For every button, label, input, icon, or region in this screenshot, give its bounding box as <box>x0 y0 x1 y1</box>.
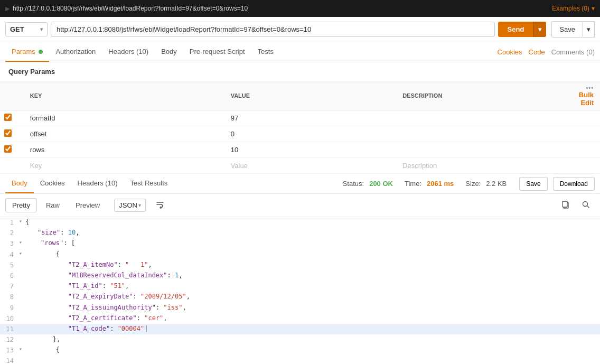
line-number: 4 <box>0 249 19 260</box>
row-checkbox-1[interactable] <box>4 129 12 137</box>
download-button[interactable]: Download <box>553 177 595 191</box>
line-content: { <box>23 345 600 356</box>
code-line: 6 "M18ReservedCol_dataIndex": 1, <box>0 270 600 281</box>
code-line: 11 "T1_A_code": "00004"| <box>0 324 600 334</box>
code-line: 8 "T2_A_expiryDate": "2089/12/05", <box>0 292 600 302</box>
tab-params[interactable]: Params <box>5 42 49 62</box>
nav-arrow-icon: ▶ <box>5 5 10 12</box>
rv-tab-preview[interactable]: Preview <box>69 198 107 212</box>
line-content: "rows": [ <box>23 238 600 249</box>
code-line: 1▾{ <box>0 217 600 228</box>
method-select[interactable]: GET ▾ <box>5 22 48 36</box>
tab-test-results[interactable]: Test Results <box>124 174 174 193</box>
search-icon[interactable] <box>577 197 595 213</box>
status-value: 200 OK <box>369 180 393 188</box>
code-line: 3▾ "rows": [ <box>0 238 600 249</box>
save-button[interactable]: Save <box>551 21 583 38</box>
format-select[interactable]: JSON ▾ <box>114 199 146 212</box>
code-link[interactable]: Code <box>529 48 545 56</box>
row-checkbox-0[interactable] <box>4 114 12 121</box>
rv-tab-pretty[interactable]: Pretty <box>5 198 37 212</box>
request-tabs: Params Authorization Headers (10) Body P… <box>0 42 600 62</box>
col-value: VALUE <box>224 81 397 110</box>
send-arrow-button[interactable]: ▾ <box>533 22 546 37</box>
time-value: 2061 ms <box>427 180 454 188</box>
format-chevron-icon: ▾ <box>138 202 141 208</box>
table-row: offset 0 <box>0 126 600 142</box>
chevron-down-icon: ▾ <box>592 5 595 12</box>
code-line: 13▾ { <box>0 345 600 356</box>
tabs-top-right: Cookies Code Comments (0) <box>498 48 595 56</box>
code-line: 12 }, <box>0 334 600 345</box>
code-line: 7 "T1_A_id": "51", <box>0 281 600 292</box>
size-label: Size: <box>465 180 481 188</box>
param-value: 10 <box>231 146 238 154</box>
more-options-icon[interactable]: ••• <box>586 85 594 91</box>
param-description: Description <box>402 162 437 170</box>
bulk-edit-button[interactable]: Bulk Edit <box>579 91 594 107</box>
line-number: 13 <box>0 345 19 356</box>
response-icons-right <box>557 197 595 213</box>
code-line: 4▾ { <box>0 249 600 260</box>
tab-authorization[interactable]: Authorization <box>49 42 102 62</box>
code-line: 14 <box>0 356 600 364</box>
send-button[interactable]: Send <box>498 22 534 37</box>
param-value: Value <box>231 162 248 170</box>
table-row: rows 10 <box>0 142 600 158</box>
fold-icon[interactable]: ▾ <box>19 249 22 260</box>
svg-rect-1 <box>562 201 567 207</box>
line-number: 1 <box>0 217 19 228</box>
save-arrow-button[interactable]: ▾ <box>583 21 595 38</box>
line-number: 3 <box>0 238 19 249</box>
tab-response-headers[interactable]: Headers (10) <box>71 174 124 193</box>
col-key: KEY <box>24 81 224 110</box>
row-checkbox-2[interactable] <box>4 145 12 153</box>
tab-headers[interactable]: Headers (10) <box>102 42 155 62</box>
cookies-link[interactable]: Cookies <box>498 48 522 56</box>
line-number: 6 <box>0 270 19 281</box>
line-content: "M18ReservedCol_dataIndex": 1, <box>20 270 600 281</box>
line-number: 10 <box>0 313 19 324</box>
url-input[interactable] <box>51 22 495 37</box>
params-table: KEY VALUE DESCRIPTION ••• Bulk Edit form… <box>0 81 600 174</box>
copy-icon[interactable] <box>557 197 575 213</box>
line-content: }, <box>20 334 600 345</box>
save-response-button[interactable]: Save <box>519 177 547 191</box>
line-content: "T2_A_itemNo": " 1", <box>20 260 600 270</box>
line-content: "T2_A_certificate": "cer", <box>20 313 600 324</box>
response-code-area[interactable]: 1▾{2 "size": 10,3▾ "rows": [4▾ {5 "T2_A_… <box>0 217 600 364</box>
save-button-group: Save ▾ <box>551 21 595 38</box>
fold-icon[interactable]: ▾ <box>19 345 22 356</box>
examples-link[interactable]: Examples (0) ▾ <box>552 5 595 12</box>
response-meta: Status: 200 OK Time: 2061 ms Size: 2.2 K… <box>343 177 595 191</box>
query-params-section: Query Params KEY VALUE DESCRIPTION ••• B… <box>0 62 600 174</box>
fold-icon[interactable]: ▾ <box>19 217 22 228</box>
fold-icon[interactable]: ▾ <box>19 238 22 249</box>
table-row: formatId 97 <box>0 110 600 126</box>
line-number: 9 <box>0 303 19 313</box>
param-key: offset <box>30 130 47 138</box>
tab-cookies[interactable]: Cookies <box>34 174 71 193</box>
wrap-icon[interactable] <box>151 197 169 213</box>
examples-label: Examples (0) <box>552 5 589 12</box>
line-content: { <box>23 217 600 228</box>
comments-link[interactable]: Comments (0) <box>551 48 595 56</box>
svg-line-3 <box>587 206 589 208</box>
code-line: 9 "T2_A_issuingAuthority": "iss", <box>0 303 600 313</box>
tab-pre-request-script[interactable]: Pre-request Script <box>183 42 251 62</box>
param-key: rows <box>30 146 44 154</box>
tab-tests[interactable]: Tests <box>251 42 280 62</box>
response-view-tabs: Pretty Raw Preview JSON ▾ <box>0 194 600 217</box>
format-label: JSON <box>119 201 137 209</box>
rv-tab-raw[interactable]: Raw <box>39 198 67 212</box>
code-line: 5 "T2_A_itemNo": " 1", <box>0 260 600 270</box>
param-value: 0 <box>231 130 235 138</box>
param-value: 97 <box>231 114 238 122</box>
param-key: formatId <box>30 114 55 122</box>
line-content <box>20 356 600 364</box>
tab-response-body[interactable]: Body <box>5 174 34 193</box>
time-label: Time: <box>405 180 421 188</box>
size-value: 2.2 KB <box>486 180 507 188</box>
tab-body[interactable]: Body <box>155 42 183 62</box>
response-tabs: Body Cookies Headers (10) Test Results S… <box>0 174 600 194</box>
